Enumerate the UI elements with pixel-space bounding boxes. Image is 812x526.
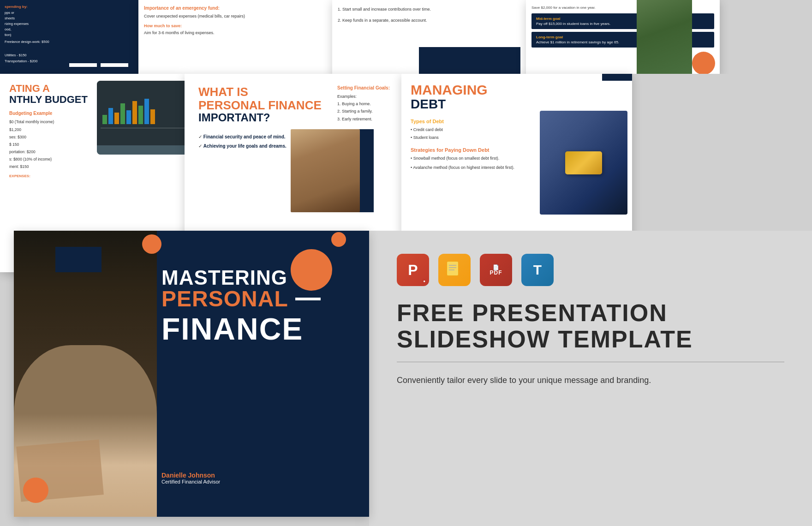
dark-bar-steps [419,47,520,75]
hero-photo [14,231,157,517]
orange-circle-goals [692,52,715,75]
laptop-image [97,81,185,155]
top-slide-goals: Save $2,000 for a vacation in one year. … [526,0,720,78]
promo-title: FREE PRESENTATION SLIDESHOW TEMPLATE [397,300,784,353]
page-wrapper: spending by: pps or sheets rizing expens… [0,0,812,526]
white-bar-1 [69,63,97,67]
hero-slide: MASTERING PERSONAL FINANCE Danielle John… [14,231,369,517]
spending-label: spending by: [5,5,55,9]
author-name: Danielle Johnson [161,472,220,479]
promo-desc: Conveniently tailor every slide to your … [397,374,784,387]
pf-right-col: Setting Financial Goals: Examples: 1. Bu… [337,85,390,123]
emergency-body2: Aim for 3-6 months of living expenses. [144,30,327,36]
photo-goals [637,0,692,78]
steps-list: 1. Start small and increase contribution… [338,6,520,24]
hero-container: MASTERING PERSONAL FINANCE Danielle John… [0,231,369,526]
pdf-label: PDF [490,269,502,276]
examples-list: 1. Buying a home. 2. Starting a family. … [337,100,390,123]
dark-nav-debt [602,74,632,81]
strategies-list: Snowball method (focus on smallest debt … [411,155,531,171]
types-list: Credit card debt Student loans [411,126,531,142]
setting-label: Setting Financial Goals: [337,85,390,90]
step-1: 1. Start small and increase contribution… [338,6,520,13]
laptop-screen [97,81,185,145]
orange-dot-pf [331,232,346,247]
expenses-label: EXPENSES: [9,174,175,178]
white-bar-2 [101,63,128,67]
format-icon-pdf: 📄 PDF [480,254,512,286]
ppt-letter: P [408,262,418,279]
hero-author: Danielle Johnson Certified Financial Adv… [161,472,220,484]
hero-personal: PERSONAL [161,288,360,310]
debt-title-orange: MANAGING [411,83,531,97]
hero-text-block: MASTERING PERSONAL FINANCE [161,268,360,344]
emergency-title: Importance of an emergency fund: [144,6,327,11]
person-photo [291,129,360,212]
top-row: spending by: pps or sheets rizing expens… [0,0,812,78]
hero-finance: FINANCE [161,314,360,344]
other-letter: T [533,262,542,278]
svg-rect-1 [447,262,458,275]
format-icon-other: T [521,254,554,286]
promo-panel: P ● 📄 PDF [369,231,812,526]
strategies-label: Strategies for Paying Down Debt [411,147,531,153]
emergency-body1: Cover unexpected expenses (medical bills… [144,13,327,20]
hero-dash [295,298,321,300]
hero-mastering: MASTERING [161,268,360,288]
format-icon-ppt: P ● [397,254,429,286]
dark-block-budget [55,247,102,272]
top-slide-dark-bars [60,0,138,78]
types-label: Types of Debt [411,119,531,124]
top-slide-dark-partial: spending by: pps or sheets rizing expens… [0,0,60,78]
how-much-title: How much to save: [144,24,327,28]
step-2: 2. Keep funds in a separate, accessible … [338,17,520,24]
debt-title-dark: DEBT [411,97,531,112]
author-title: Certified Financial Advisor [161,479,220,484]
orange-circle-hero-tl [23,478,48,503]
card-visual [565,151,602,174]
format-icons-row: P ● 📄 PDF [397,254,784,286]
format-icon-gslides [438,254,471,286]
orange-circle-budget [142,234,161,254]
top-slide-emergency: Importance of an emergency fund: Cover u… [138,0,332,78]
desk-scene [14,231,157,517]
bottom-row: MASTERING PERSONAL FINANCE Danielle John… [0,231,812,526]
gslides-icon-svg [445,261,464,279]
examples-intro: Examples: [337,93,390,100]
creditcard-image [540,111,627,215]
promo-divider [397,362,784,362]
spending-items: pps or sheets rizing expenses ood, tion) [5,10,55,38]
top-slide-steps: 1. Start small and increase contribution… [332,0,526,78]
top-row-filler [720,0,812,78]
